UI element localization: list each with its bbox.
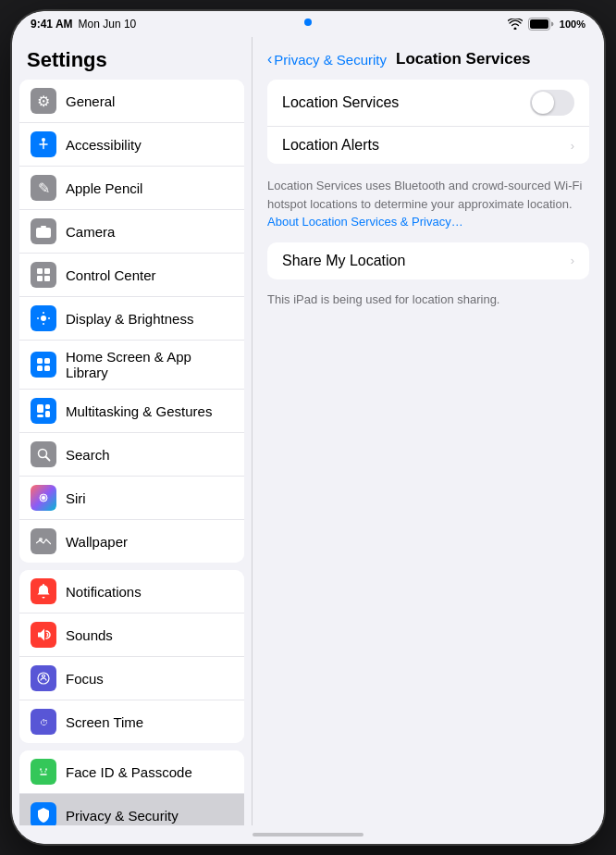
svg-rect-1 — [530, 19, 548, 29]
search-icon — [31, 441, 56, 467]
sidebar-label-control-center: Control Center — [66, 267, 156, 283]
sidebar-label-focus: Focus — [66, 671, 104, 687]
sidebar-group-1: ⚙ General Accessibility ✎ Apple Pencil — [19, 80, 244, 563]
svg-rect-21 — [45, 411, 50, 417]
svg-rect-6 — [37, 268, 43, 274]
sidebar-item-notifications[interactable]: Notifications — [19, 570, 244, 613]
share-my-location-chevron-icon: › — [571, 254, 574, 267]
svg-point-10 — [41, 316, 46, 321]
sidebar-label-sounds: Sounds — [66, 627, 113, 643]
control-center-icon — [31, 262, 56, 288]
svg-rect-5 — [41, 226, 46, 228]
sidebar-label-notifications: Notifications — [66, 584, 142, 600]
general-icon: ⚙ — [31, 88, 56, 114]
svg-rect-9 — [44, 276, 50, 281]
location-alerts-chevron-icon: › — [571, 139, 574, 153]
sidebar-label-siri: Siri — [66, 490, 86, 506]
svg-rect-19 — [37, 404, 43, 413]
share-my-location-label: Share My Location — [282, 253, 571, 269]
sidebar-item-search[interactable]: Search — [19, 433, 244, 477]
svg-point-2 — [42, 138, 45, 142]
wifi-icon — [508, 19, 523, 30]
sidebar-item-accessibility[interactable]: Accessibility — [19, 123, 244, 167]
svg-rect-8 — [37, 276, 43, 281]
sidebar-group-2: Notifications Sounds Focus — [19, 570, 244, 743]
battery-icon — [528, 18, 554, 31]
sidebar-group-3: Face ID & Passcode Privacy & Security — [19, 750, 244, 825]
svg-rect-31 — [37, 765, 50, 778]
location-services-row: Location Services — [267, 80, 589, 127]
toggle-knob — [532, 92, 554, 114]
home-bar — [253, 833, 363, 836]
sidebar-label-face-id: Face ID & Passcode — [66, 764, 192, 780]
wallpaper-icon — [31, 528, 56, 554]
sidebar-item-focus[interactable]: Focus — [19, 657, 244, 700]
screen: 9:41 AM Mon Jun 10 100% — [12, 11, 604, 844]
sidebar-label-accessibility: Accessibility — [66, 137, 142, 153]
dot-indicator — [304, 19, 312, 26]
share-sub-text: This iPad is being used for location sha… — [253, 287, 604, 316]
back-label: Privacy & Security — [274, 52, 387, 68]
back-button[interactable]: ‹ Privacy & Security — [267, 51, 387, 68]
status-bar: 9:41 AM Mon Jun 10 100% — [12, 11, 604, 37]
location-services-group: Location Services Location Alerts › — [267, 80, 589, 164]
sidebar-item-camera[interactable]: Camera — [19, 210, 244, 254]
status-right: 100% — [508, 18, 585, 31]
sidebar-label-apple-pencil: Apple Pencil — [66, 180, 142, 196]
location-services-description: Location Services uses Bluetooth and cro… — [253, 171, 604, 242]
svg-rect-20 — [45, 404, 50, 409]
sidebar-item-sounds[interactable]: Sounds — [19, 613, 244, 657]
share-my-location-row[interactable]: Share My Location › — [267, 242, 589, 279]
svg-line-24 — [45, 456, 49, 460]
home-screen-icon — [31, 352, 56, 378]
svg-rect-15 — [37, 358, 43, 364]
sidebar-item-multitasking[interactable]: Multitasking & Gestures — [19, 390, 244, 433]
svg-rect-16 — [44, 358, 50, 364]
detail-panel: ‹ Privacy & Security Location Services L… — [253, 37, 604, 825]
sidebar-label-multitasking: Multitasking & Gestures — [66, 403, 212, 419]
sidebar-item-home-screen[interactable]: Home Screen & App Library — [19, 341, 244, 390]
svg-text:⏱: ⏱ — [40, 718, 48, 727]
sidebar-item-display-brightness[interactable]: Display & Brightness — [19, 297, 244, 341]
face-id-icon — [31, 759, 56, 785]
sidebar-item-face-id[interactable]: Face ID & Passcode — [19, 750, 244, 794]
sidebar-label-privacy-security: Privacy & Security — [66, 808, 179, 824]
location-services-toggle[interactable] — [530, 90, 574, 116]
battery-label: 100% — [560, 19, 585, 30]
status-date: Mon Jun 10 — [79, 18, 137, 31]
focus-icon — [31, 665, 56, 691]
camera-icon — [31, 218, 56, 244]
svg-rect-7 — [44, 268, 50, 274]
sidebar-item-general[interactable]: ⚙ General — [19, 80, 244, 123]
sidebar-label-general: General — [66, 93, 115, 109]
sidebar-item-wallpaper[interactable]: Wallpaper — [19, 520, 244, 563]
sidebar-item-privacy-security[interactable]: Privacy & Security — [19, 794, 244, 825]
sidebar-item-apple-pencil[interactable]: ✎ Apple Pencil — [19, 167, 244, 210]
detail-header: ‹ Privacy & Security Location Services — [253, 37, 604, 80]
apple-pencil-icon: ✎ — [31, 175, 56, 201]
location-alerts-label: Location Alerts — [282, 137, 571, 154]
sidebar-item-siri[interactable]: Siri — [19, 477, 244, 520]
sidebar-label-camera: Camera — [66, 224, 115, 240]
sidebar-label-search: Search — [66, 447, 110, 463]
ipad-frame: 9:41 AM Mon Jun 10 100% — [12, 11, 604, 844]
sidebar-item-screen-time[interactable]: ⏱ Screen Time — [19, 700, 244, 743]
sidebar-label-home-screen: Home Screen & App Library — [66, 349, 233, 380]
sidebar-item-control-center[interactable]: Control Center — [19, 254, 244, 297]
location-alerts-row[interactable]: Location Alerts › — [267, 127, 589, 164]
main-area: Settings ⚙ General Accessibility ✎ — [12, 37, 604, 825]
share-location-group: Share My Location › — [267, 242, 589, 279]
sidebar-label-display-brightness: Display & Brightness — [66, 311, 193, 327]
accessibility-icon — [31, 131, 56, 157]
svg-point-26 — [42, 496, 45, 500]
svg-rect-18 — [44, 366, 50, 371]
about-location-link[interactable]: About Location Services & Privacy… — [267, 215, 463, 229]
privacy-security-icon — [31, 802, 56, 825]
siri-icon — [31, 485, 56, 511]
status-time: 9:41 AM — [31, 18, 73, 31]
location-services-label: Location Services — [282, 94, 530, 111]
detail-title: Location Services — [396, 50, 531, 68]
sidebar-label-wallpaper: Wallpaper — [66, 534, 128, 550]
sidebar: Settings ⚙ General Accessibility ✎ — [12, 37, 253, 825]
svg-rect-3 — [36, 228, 51, 238]
